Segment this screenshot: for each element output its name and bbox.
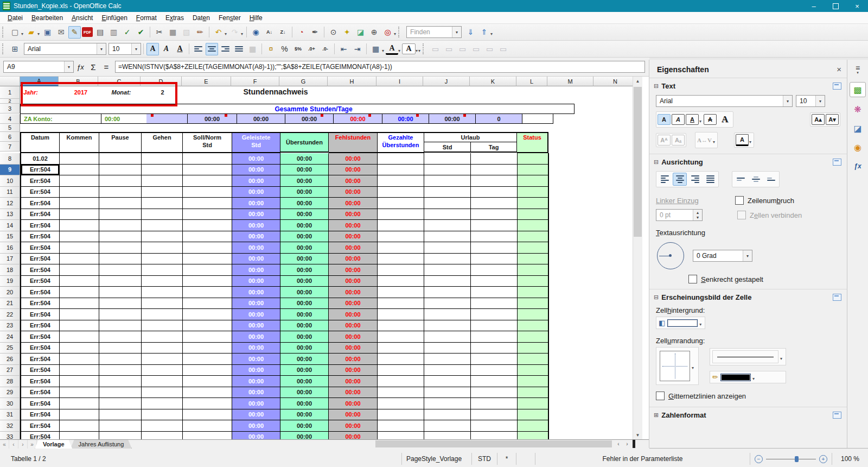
row-header-25[interactable]: 25 xyxy=(0,343,20,354)
cell-G31[interactable]: 00:00 xyxy=(280,409,329,421)
orientation-dial[interactable] xyxy=(657,242,684,269)
find-next-icon[interactable]: ⇓ xyxy=(464,26,477,39)
border-preset-button[interactable]: ▾ xyxy=(656,347,699,385)
wrap-text-checkbox[interactable]: Zeilenumbruch xyxy=(735,196,794,205)
cell-G12[interactable]: 00:00 xyxy=(280,198,329,209)
row-header-27[interactable]: 27 xyxy=(0,365,20,376)
row-header-16[interactable]: 16 xyxy=(0,242,20,254)
cell-background-button[interactable]: ◧ ▾ xyxy=(656,317,705,329)
cell-L18[interactable] xyxy=(518,264,549,276)
align-center-icon[interactable] xyxy=(206,43,218,55)
redo-icon[interactable]: ↷ xyxy=(228,26,241,39)
sidebar-font-name-select[interactable]: Arial▾ xyxy=(656,95,793,107)
font-color-dropdown-icon[interactable]: ▾ xyxy=(749,140,751,144)
percent-format-icon[interactable]: % xyxy=(278,43,291,55)
cell-I19[interactable] xyxy=(378,276,424,287)
cell-I14[interactable] xyxy=(378,220,424,231)
row-header-14[interactable]: 14 xyxy=(0,220,20,231)
navigator-icon[interactable]: ✦ xyxy=(341,26,353,39)
cell-C18[interactable] xyxy=(99,264,142,276)
cell-K14[interactable] xyxy=(471,220,518,231)
cell-J19[interactable] xyxy=(424,276,471,287)
cell-C22[interactable] xyxy=(99,309,142,320)
name-box[interactable]: A9▾ xyxy=(3,61,74,73)
cell-B18[interactable] xyxy=(60,264,99,276)
cell-F14[interactable]: 00:00 xyxy=(232,220,280,231)
cell-D8[interactable] xyxy=(142,153,183,165)
cell-E4[interactable]: 00:00 xyxy=(188,114,237,124)
find-toolbar-overflow-icon[interactable]: ▾ xyxy=(490,31,493,36)
font-name-select[interactable]: Arial▾ xyxy=(24,43,106,55)
currency-format-icon[interactable]: ¤ xyxy=(265,43,277,55)
scroll-down-icon[interactable]: ▼ xyxy=(633,431,642,439)
cell-F27[interactable]: 00:00 xyxy=(232,365,280,376)
cell-B8[interactable] xyxy=(60,153,99,165)
cell-I16[interactable] xyxy=(378,242,424,254)
column-header-M[interactable]: M xyxy=(547,77,593,86)
underline-icon[interactable]: A xyxy=(174,43,186,55)
cell-L25[interactable] xyxy=(518,343,549,354)
cell-J32[interactable] xyxy=(424,420,471,432)
cell-E17[interactable] xyxy=(183,254,232,265)
cell-D13[interactable] xyxy=(142,209,183,220)
cell-K23[interactable] xyxy=(471,320,518,332)
column-header-L[interactable]: L xyxy=(516,77,547,86)
cell-D18[interactable] xyxy=(142,264,183,276)
cell-A9[interactable]: Err:504 xyxy=(20,165,60,176)
cell-H26[interactable]: 00:00 xyxy=(329,354,378,365)
cell-I10[interactable] xyxy=(378,175,424,187)
row-header-32[interactable]: 32 xyxy=(0,420,20,432)
cell-H25[interactable]: 00:00 xyxy=(329,343,378,354)
cell-E31[interactable] xyxy=(183,409,232,421)
row-header-1[interactable]: 1 xyxy=(0,86,20,99)
show-gridlines-checkbox[interactable]: Gitternetzlinien anzeigen xyxy=(656,392,746,400)
cell-G18[interactable]: 00:00 xyxy=(280,264,329,276)
horizontal-scroll-thumb[interactable] xyxy=(375,440,612,447)
cell-D14[interactable] xyxy=(142,220,183,231)
cell-L32[interactable] xyxy=(518,420,549,432)
sidebar-menu-icon[interactable]: ≡▾ xyxy=(850,63,865,77)
cell-E8[interactable] xyxy=(183,153,232,165)
degree-select[interactable]: 0 Grad▾ xyxy=(693,250,752,262)
cell-L19[interactable] xyxy=(518,276,549,287)
align-middle-button[interactable] xyxy=(749,173,763,186)
cell-H21[interactable]: 00:00 xyxy=(329,298,378,310)
minimize-button[interactable]: – xyxy=(803,0,825,12)
row-header-29[interactable]: 29 xyxy=(0,387,20,399)
line-color-button[interactable]: ✏ ▾ xyxy=(710,371,786,383)
equals-icon[interactable]: = xyxy=(100,61,113,73)
cell-G29[interactable]: 00:00 xyxy=(280,387,329,399)
cell-L22[interactable] xyxy=(518,309,549,320)
cell-H9[interactable]: 00:00 xyxy=(329,165,378,176)
cell-I32[interactable] xyxy=(378,420,424,432)
cell-C8[interactable] xyxy=(99,153,142,165)
cell-D31[interactable] xyxy=(142,409,183,421)
cell-E25[interactable] xyxy=(183,343,232,354)
cell-I8[interactable] xyxy=(378,153,424,165)
cell-I30[interactable] xyxy=(378,398,424,409)
cell-C10[interactable] xyxy=(99,175,142,187)
font-size-select[interactable]: 10▾ xyxy=(108,43,141,55)
menu-item-datei[interactable]: Datei xyxy=(3,13,27,23)
cell-F23[interactable]: 00:00 xyxy=(232,320,280,332)
cell-D26[interactable] xyxy=(142,354,183,365)
cell-B17[interactable] xyxy=(60,254,99,265)
cell-I22[interactable] xyxy=(378,309,424,320)
cell-D25[interactable] xyxy=(142,343,183,354)
cell-F22[interactable]: 00:00 xyxy=(232,309,280,320)
cell-G4[interactable]: 00:00 xyxy=(285,114,334,124)
cell-L15[interactable] xyxy=(518,231,549,243)
cell-K28[interactable] xyxy=(471,376,518,387)
cell-H8[interactable]: 00:00 xyxy=(329,153,378,165)
cell-K24[interactable] xyxy=(471,331,518,343)
cell-A30[interactable]: Err:504 xyxy=(20,398,60,409)
cell-E21[interactable] xyxy=(183,298,232,310)
cell-C21[interactable] xyxy=(99,298,142,310)
cell-G14[interactable]: 00:00 xyxy=(280,220,329,231)
cell-L12[interactable] xyxy=(518,198,549,209)
strikethrough-button[interactable]: A xyxy=(704,114,717,125)
sort-ascending-icon[interactable]: A↓ xyxy=(263,26,276,39)
cell-I9[interactable] xyxy=(378,165,424,176)
row-header-17[interactable]: 17 xyxy=(0,254,20,265)
cell-E12[interactable] xyxy=(183,198,232,209)
